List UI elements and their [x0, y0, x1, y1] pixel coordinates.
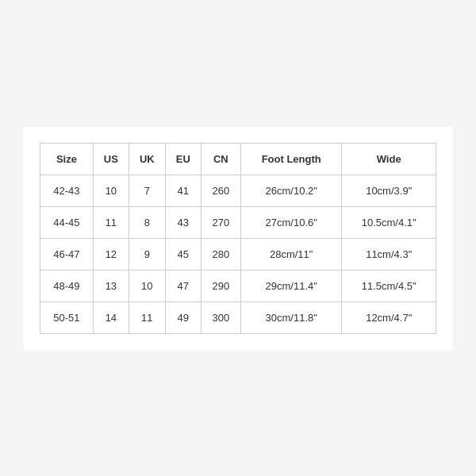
cell-row1-col0: 44-45	[40, 206, 94, 238]
cell-row4-col6: 12cm/4.7"	[342, 301, 436, 333]
cell-row3-col0: 48-49	[40, 270, 94, 301]
header-col-4: CN	[201, 143, 240, 175]
table-row: 48-4913104729029cm/11.4"11.5cm/4.5"	[40, 270, 436, 301]
table-body: 42-431074126026cm/10.2"10cm/3.9"44-45118…	[40, 175, 436, 333]
cell-row0-col6: 10cm/3.9"	[342, 175, 436, 206]
size-chart-container: SizeUSUKEUCNFoot LengthWide 42-431074126…	[24, 127, 452, 350]
header-col-2: UK	[129, 143, 165, 175]
cell-row4-col4: 300	[201, 301, 240, 333]
cell-row2-col6: 11cm/4.3"	[342, 238, 436, 270]
cell-row4-col2: 11	[129, 301, 165, 333]
cell-row1-col2: 8	[129, 206, 165, 238]
cell-row3-col3: 47	[165, 270, 201, 301]
header-col-0: Size	[40, 143, 94, 175]
cell-row3-col5: 29cm/11.4"	[240, 270, 341, 301]
cell-row1-col5: 27cm/10.6"	[240, 206, 341, 238]
cell-row2-col3: 45	[165, 238, 201, 270]
cell-row0-col4: 260	[201, 175, 240, 206]
header-col-5: Foot Length	[240, 143, 341, 175]
cell-row3-col4: 290	[201, 270, 240, 301]
header-col-1: US	[93, 143, 129, 175]
cell-row1-col6: 10.5cm/4.1"	[342, 206, 436, 238]
cell-row2-col0: 46-47	[40, 238, 94, 270]
cell-row3-col2: 10	[129, 270, 165, 301]
table-row: 46-471294528028cm/11"11cm/4.3"	[40, 238, 436, 270]
table-row: 42-431074126026cm/10.2"10cm/3.9"	[40, 175, 436, 206]
cell-row0-col5: 26cm/10.2"	[240, 175, 341, 206]
table-header-row: SizeUSUKEUCNFoot LengthWide	[40, 143, 436, 175]
cell-row4-col1: 14	[93, 301, 129, 333]
cell-row0-col3: 41	[165, 175, 201, 206]
cell-row3-col1: 13	[93, 270, 129, 301]
cell-row1-col4: 270	[201, 206, 240, 238]
cell-row3-col6: 11.5cm/4.5"	[342, 270, 436, 301]
cell-row1-col1: 11	[93, 206, 129, 238]
cell-row2-col2: 9	[129, 238, 165, 270]
cell-row1-col3: 43	[165, 206, 201, 238]
header-col-6: Wide	[342, 143, 436, 175]
cell-row0-col1: 10	[93, 175, 129, 206]
cell-row0-col2: 7	[129, 175, 165, 206]
cell-row4-col0: 50-51	[40, 301, 94, 333]
header-col-3: EU	[165, 143, 201, 175]
table-row: 44-451184327027cm/10.6"10.5cm/4.1"	[40, 206, 436, 238]
cell-row2-col5: 28cm/11"	[240, 238, 341, 270]
cell-row4-col5: 30cm/11.8"	[240, 301, 341, 333]
cell-row4-col3: 49	[165, 301, 201, 333]
table-row: 50-5114114930030cm/11.8"12cm/4.7"	[40, 301, 436, 333]
cell-row0-col0: 42-43	[40, 175, 94, 206]
cell-row2-col1: 12	[93, 238, 129, 270]
cell-row2-col4: 280	[201, 238, 240, 270]
size-chart-table: SizeUSUKEUCNFoot LengthWide 42-431074126…	[40, 143, 436, 334]
